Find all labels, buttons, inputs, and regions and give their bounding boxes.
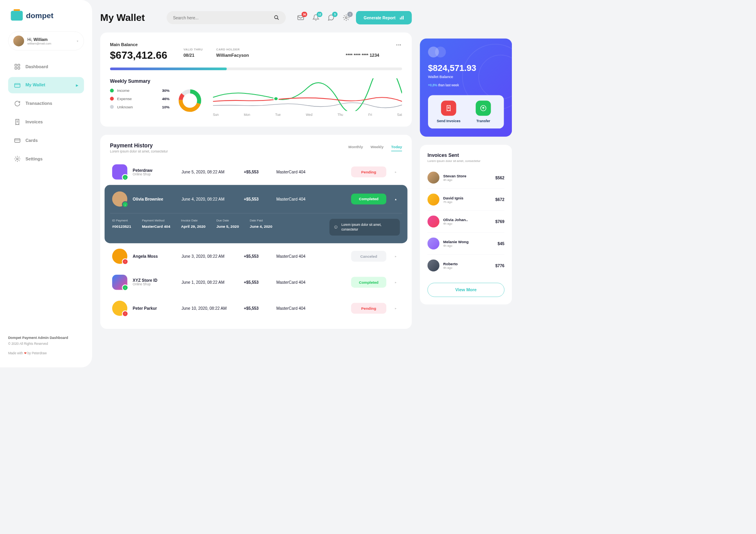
nav-settings[interactable]: Settings bbox=[8, 151, 84, 167]
status-dot-icon: ↑ bbox=[122, 258, 129, 265]
payment-row[interactable]: ↑ Peter Parkur June 10, 2020, 08:22 AM +… bbox=[110, 295, 402, 321]
bell-badge: 12 bbox=[317, 12, 322, 17]
balance-progress bbox=[110, 67, 402, 70]
invoices-title: Invoices Sent bbox=[428, 153, 504, 158]
chevron-right-icon[interactable]: ▸ bbox=[392, 170, 400, 174]
search-icon bbox=[274, 15, 279, 20]
payment-row[interactable]: ↓ XYZ Store IDOnline Shop June 1, 2020, … bbox=[110, 269, 402, 295]
status-badge: Pending bbox=[351, 166, 386, 177]
topbar: My Wallet 36 12 5 bbox=[100, 11, 412, 24]
chevron-right-icon[interactable]: ▸ bbox=[392, 280, 400, 284]
bar-chart-icon bbox=[399, 15, 404, 20]
nav-label: Transactions bbox=[26, 101, 52, 106]
search-input[interactable] bbox=[173, 15, 274, 20]
payment-history-title: Payment History bbox=[110, 142, 168, 149]
balance-card: Main Balance $673,412.66 VALID THRU 08/2… bbox=[100, 33, 412, 127]
svg-rect-11 bbox=[401, 17, 402, 20]
settings-icon-button[interactable]: ! bbox=[342, 13, 351, 22]
view-more-button[interactable]: View More bbox=[428, 283, 504, 297]
mail-icon-button[interactable]: 36 bbox=[296, 13, 305, 22]
merchant-avatar: ↓ bbox=[112, 192, 128, 207]
payment-history-card: Payment History Lorem ipsum dolor sit am… bbox=[100, 135, 412, 329]
sidebar-footer: Dompet Payment Admin Dashboard © 2020 Al… bbox=[8, 335, 84, 356]
contact-avatar bbox=[428, 259, 439, 271]
svg-rect-0 bbox=[15, 64, 17, 66]
info-icon: ⓘ bbox=[334, 225, 337, 230]
payment-info-box: ⓘLorem ipsum dolor sit amet, consectetur bbox=[330, 219, 400, 235]
merchant-avatar: ↓ bbox=[112, 164, 128, 180]
send-invoices-button[interactable]: Send Invoices bbox=[434, 100, 464, 123]
nav-invoices[interactable]: Invoices bbox=[8, 114, 84, 130]
refresh-icon bbox=[14, 100, 21, 107]
heart-icon: ❤ bbox=[24, 352, 27, 355]
donut-chart bbox=[178, 88, 202, 113]
svg-rect-12 bbox=[403, 16, 404, 19]
svg-rect-5 bbox=[15, 139, 20, 143]
svg-rect-1 bbox=[18, 64, 20, 66]
nav-my-wallet[interactable]: My Wallet ▸ bbox=[8, 77, 84, 93]
generate-report-button[interactable]: Generate Report bbox=[356, 11, 411, 24]
merchant-avatar: ↓ bbox=[112, 275, 128, 290]
invoice-row[interactable]: David Ignis7h ago$672 bbox=[428, 189, 504, 211]
status-badge: Pending bbox=[351, 303, 386, 314]
wallet-balance-card: $824,571.93 Wallet Balance +0,8% than la… bbox=[420, 39, 512, 137]
weekly-legend: Income30% Expense46% Unknown10% bbox=[110, 88, 169, 113]
valid-thru: 08/21 bbox=[183, 53, 203, 58]
nav-label: Settings bbox=[26, 156, 43, 161]
chevron-right-icon[interactable]: ▸ bbox=[392, 254, 400, 258]
nav-label: Invoices bbox=[26, 119, 43, 124]
user-profile-card[interactable]: Hi, William william@mail.com ▼ bbox=[8, 32, 84, 50]
upload-icon bbox=[476, 100, 491, 116]
chat-icon-button[interactable]: 5 bbox=[327, 13, 335, 22]
logo[interactable]: dompet bbox=[8, 11, 84, 21]
wallet-icon bbox=[14, 82, 21, 89]
svg-rect-2 bbox=[15, 67, 17, 69]
merchant-avatar: ↑ bbox=[112, 301, 128, 316]
invoice-row[interactable]: Stevan Store4h ago$562 bbox=[428, 167, 504, 189]
status-dot-icon: ↓ bbox=[122, 284, 129, 291]
svg-point-17 bbox=[274, 97, 278, 101]
card-number: **** **** **** 1234 bbox=[346, 53, 379, 58]
wallet-amount: $824,571.93 bbox=[428, 63, 504, 73]
invoice-row[interactable]: Melanie Wong4h ago$45 bbox=[428, 233, 504, 255]
card-icon bbox=[14, 137, 21, 144]
balance-label: Main Balance bbox=[110, 42, 167, 47]
tab-weekly[interactable]: Weekly bbox=[371, 145, 384, 151]
tab-monthly[interactable]: Monthly bbox=[348, 145, 363, 151]
brand-name: dompet bbox=[26, 11, 54, 20]
status-dot-icon: ↓ bbox=[122, 174, 129, 181]
contact-avatar bbox=[428, 172, 439, 184]
page-title: My Wallet bbox=[100, 12, 145, 23]
contact-avatar bbox=[428, 216, 439, 227]
invoices-sent-card: Invoices Sent Lorem ipsum dolor sit amet… bbox=[420, 145, 512, 304]
payment-row[interactable]: ↓ PeterdrawOnline Shop June 5, 2020, 08:… bbox=[110, 159, 402, 185]
nav-transactions[interactable]: Transactions bbox=[8, 95, 84, 112]
nav-label: My Wallet bbox=[26, 83, 45, 87]
user-greeting: Hi, William bbox=[27, 37, 73, 42]
transfer-button[interactable]: Transfer bbox=[468, 100, 498, 123]
nav-label: Dashboard bbox=[26, 64, 48, 69]
mastercard-icon bbox=[428, 47, 504, 58]
status-badge: Completed bbox=[351, 194, 386, 205]
bell-icon-button[interactable]: 12 bbox=[312, 13, 321, 22]
search-box[interactable] bbox=[167, 11, 286, 24]
chat-badge: 5 bbox=[332, 12, 338, 17]
payment-history-tabs: Monthly Weekly Today bbox=[348, 145, 402, 151]
sidebar-nav: Dashboard My Wallet ▸ Transactions Invoi… bbox=[8, 59, 84, 335]
nav-cards[interactable]: Cards bbox=[8, 132, 84, 149]
chevron-up-icon[interactable]: ▴ bbox=[392, 197, 400, 201]
more-menu-icon[interactable]: ⋮ bbox=[395, 42, 402, 48]
status-badge: Canceled bbox=[351, 251, 386, 262]
chevron-right-icon[interactable]: ▸ bbox=[392, 306, 400, 310]
invoice-row[interactable]: Roberto4h ago$776 bbox=[428, 255, 504, 276]
tab-today[interactable]: Today bbox=[391, 145, 402, 151]
status-dot-icon: ↓ bbox=[122, 201, 129, 208]
status-badge: Completed bbox=[351, 277, 386, 288]
invoice-row[interactable]: Olivia Johan..4h ago$769 bbox=[428, 211, 504, 233]
nav-dashboard[interactable]: Dashboard bbox=[8, 59, 84, 75]
payment-row-expanded: ↓ Olivia Brownlee June 4, 2020, 08:22 AM… bbox=[105, 185, 408, 243]
receipt-icon bbox=[14, 119, 21, 125]
svg-rect-3 bbox=[18, 67, 20, 69]
settings-badge: ! bbox=[347, 12, 353, 17]
payment-row[interactable]: ↑ Angela Moss June 3, 2020, 08:22 AM +$5… bbox=[110, 243, 402, 269]
